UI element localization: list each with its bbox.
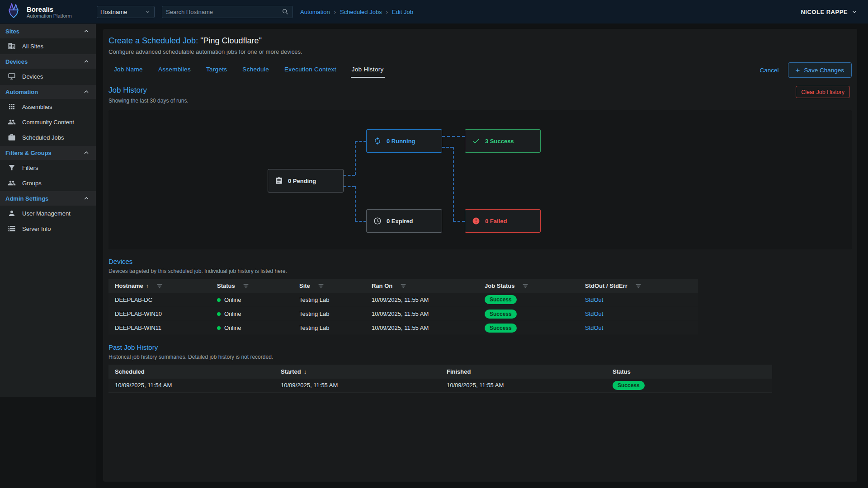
col-header-stdout[interactable]: StdOut / StdErr — [579, 279, 698, 293]
clock-icon — [373, 217, 382, 225]
people-icon — [8, 118, 16, 126]
sidebar-item-server-info[interactable]: Server Info — [0, 221, 96, 236]
hostname-select[interactable]: Hostname — [97, 6, 155, 18]
sidebar-item-groups[interactable]: Groups — [0, 175, 96, 191]
stdout-link[interactable]: StdOut — [585, 296, 603, 303]
sidebar-item-all-sites[interactable]: All Sites — [0, 38, 96, 54]
connector-line — [442, 136, 465, 137]
stdout-cell: StdOut — [579, 293, 698, 307]
col-header-started[interactable]: Started↓ — [274, 365, 440, 379]
breadcrumb-scheduled-jobs[interactable]: Scheduled Jobs — [340, 9, 382, 15]
past-history-heading: Past Job History — [108, 343, 273, 351]
col-header-site[interactable]: Site — [293, 279, 365, 293]
sidebar-item-label: Devices — [22, 73, 43, 80]
monitor-icon — [8, 72, 16, 80]
status-badge: Success — [485, 310, 517, 319]
borealis-logo-icon — [5, 3, 23, 21]
page-title: Create a Scheduled Job: "Ping Cloudflare… — [108, 36, 852, 46]
expired-label: 0 Expired — [387, 218, 413, 225]
breadcrumb-edit-job[interactable]: Edit Job — [392, 9, 413, 15]
col-header-job-status[interactable]: Job Status — [478, 279, 579, 293]
ran-on-cell: 10/09/2025, 11:55 AM — [365, 307, 478, 321]
devices-table: Hostname ↑ Status Site Ran On — [108, 279, 698, 335]
sidebar-section-filters-groups[interactable]: Filters & Groups — [0, 145, 96, 160]
chevron-up-icon — [83, 28, 90, 35]
sidebar-section-admin-settings[interactable]: Admin Settings — [0, 191, 96, 206]
sort-asc-icon[interactable]: ↑ — [146, 282, 149, 289]
tab-execution-context[interactable]: Execution Context — [283, 62, 337, 78]
running-label: 0 Running — [387, 138, 415, 145]
tab-targets[interactable]: Targets — [205, 62, 228, 78]
sidebar-item-community-content[interactable]: Community Content — [0, 114, 96, 130]
job-history-heading: Job History — [108, 86, 189, 95]
col-header-status[interactable]: Status — [606, 365, 772, 379]
status-badge: Success — [613, 381, 645, 390]
hostname-select-value: Hostname — [100, 9, 127, 15]
filter-icon[interactable] — [522, 282, 529, 290]
filter-icon[interactable] — [156, 282, 163, 290]
table-row: DEEPLAB-WIN10 Online Testing Lab 10/09/2… — [108, 307, 698, 321]
chevron-up-icon — [83, 88, 90, 95]
status-cell: Online — [211, 307, 293, 321]
online-dot — [217, 312, 221, 316]
tab-schedule[interactable]: Schedule — [241, 62, 270, 78]
filter-icon[interactable] — [400, 282, 407, 290]
sort-desc-icon[interactable]: ↓ — [304, 368, 307, 375]
filter-icon[interactable] — [317, 282, 325, 290]
stdout-link[interactable]: StdOut — [585, 310, 603, 317]
user-menu[interactable]: NICOLE RAPPE — [801, 8, 858, 15]
sidebar-item-filters[interactable]: Filters — [0, 160, 96, 175]
pending-node: 0 Pending — [268, 169, 344, 192]
breadcrumb-separator: › — [334, 9, 336, 15]
col-label: Started — [281, 368, 301, 375]
filter-icon[interactable] — [635, 282, 642, 290]
col-header-status[interactable]: Status — [211, 279, 293, 293]
search-icon[interactable] — [282, 8, 289, 15]
section-label: Sites — [5, 28, 19, 35]
tab-job-name[interactable]: Job Name — [113, 62, 144, 78]
finished-cell: 10/09/2025, 11:55 AM — [440, 379, 606, 393]
sidebar-section-automation[interactable]: Automation — [0, 84, 96, 99]
past-history-header-row: Scheduled Started↓ Finished Status — [108, 365, 772, 379]
connector-line — [355, 221, 366, 222]
connector-line — [344, 186, 355, 187]
clear-job-history-button[interactable]: Clear Job History — [796, 86, 850, 98]
refresh-icon — [373, 137, 382, 145]
tab-assemblies[interactable]: Assemblies — [157, 62, 192, 78]
ran-on-cell: 10/09/2025, 11:55 AM — [365, 321, 478, 335]
tab-job-history[interactable]: Job History — [351, 62, 385, 78]
main-content: Create a Scheduled Job: "Ping Cloudflare… — [96, 23, 868, 488]
sidebar-item-scheduled-jobs[interactable]: Scheduled Jobs — [0, 130, 96, 145]
sidebar-item-label: All Sites — [22, 43, 43, 50]
status-badge: Success — [485, 324, 517, 333]
connector-line — [355, 186, 356, 221]
hostname-cell: DEEPLAB-DC — [108, 293, 211, 307]
save-changes-button[interactable]: + Save Changes — [788, 62, 852, 78]
connector-line — [442, 147, 453, 148]
connector-line — [355, 141, 356, 175]
stdout-link[interactable]: StdOut — [585, 324, 603, 331]
filter-icon[interactable] — [242, 282, 250, 290]
sidebar-section-devices[interactable]: Devices — [0, 54, 96, 69]
sidebar-item-assemblies[interactable]: Assemblies — [0, 99, 96, 114]
save-changes-label: Save Changes — [804, 67, 844, 74]
col-header-ran-on[interactable]: Ran On — [365, 279, 478, 293]
search-input[interactable] — [166, 9, 282, 15]
briefcase-icon — [8, 133, 16, 141]
sidebar-item-devices[interactable]: Devices — [0, 69, 96, 84]
sidebar-section-sites[interactable]: Sites — [0, 23, 96, 38]
hostname-cell: DEEPLAB-WIN11 — [108, 321, 211, 335]
sidebar-item-label: Community Content — [22, 119, 74, 126]
cancel-button[interactable]: Cancel — [760, 67, 778, 74]
col-header-hostname[interactable]: Hostname ↑ — [108, 279, 211, 293]
devices-description: Devices targeted by this scheduled job. … — [108, 268, 287, 274]
breadcrumb-automation[interactable]: Automation — [300, 9, 330, 15]
edit-job-card: Create a Scheduled Job: "Ping Cloudflare… — [103, 29, 857, 482]
site-cell: Testing Lab — [293, 321, 365, 335]
col-header-finished[interactable]: Finished — [440, 365, 606, 379]
user-icon — [8, 209, 16, 217]
connector-line — [344, 175, 355, 176]
sidebar-item-user-management[interactable]: User Management — [0, 206, 96, 221]
col-header-scheduled[interactable]: Scheduled — [108, 365, 274, 379]
sidebar-item-label: Filters — [22, 164, 38, 171]
